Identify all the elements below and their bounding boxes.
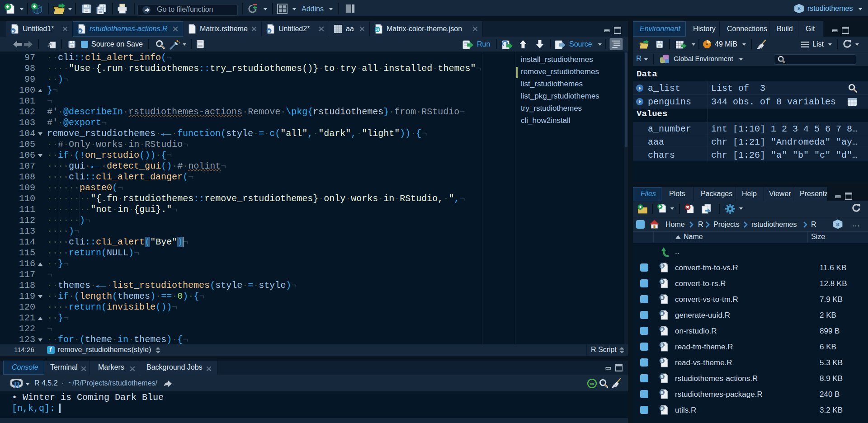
svg-text:∞: ∞ bbox=[590, 381, 594, 387]
svg-text:JS: JS bbox=[376, 28, 380, 31]
svg-text:R: R bbox=[660, 343, 664, 348]
svg-text:R: R bbox=[660, 280, 664, 284]
svg-text:R: R bbox=[79, 29, 82, 33]
svg-text:R: R bbox=[660, 327, 664, 332]
svg-text:R: R bbox=[268, 29, 271, 33]
svg-text:R: R bbox=[660, 264, 664, 268]
svg-text:R: R bbox=[660, 375, 664, 379]
svg-text:R: R bbox=[660, 359, 664, 363]
svg-text:R: R bbox=[660, 296, 664, 300]
svg-text:R: R bbox=[836, 222, 840, 227]
svg-text:R: R bbox=[14, 380, 20, 388]
svg-text:R: R bbox=[660, 406, 664, 411]
svg-text:R: R bbox=[797, 6, 801, 11]
svg-text:R: R bbox=[660, 390, 664, 395]
svg-text:R: R bbox=[660, 311, 664, 316]
svg-text:R: R bbox=[12, 29, 15, 33]
